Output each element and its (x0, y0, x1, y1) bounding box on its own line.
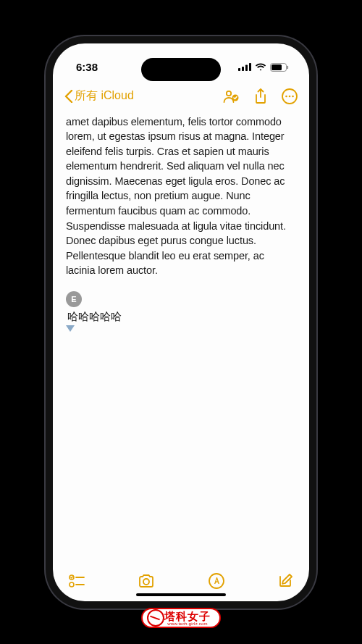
share-icon (254, 88, 267, 104)
status-time: 6:38 (76, 61, 98, 73)
note-body-text: amet dapibus elementum, felis tortor com… (66, 114, 296, 278)
svg-rect-3 (249, 63, 251, 71)
wifi-icon (255, 63, 266, 71)
svg-point-7 (227, 91, 231, 95)
collaboration-comment[interactable]: E 哈哈哈哈哈 (66, 291, 296, 324)
svg-rect-5 (272, 64, 282, 70)
chevron-left-icon (64, 90, 73, 103)
battery-icon (270, 63, 289, 72)
markup-icon (209, 573, 224, 589)
dynamic-island (141, 58, 221, 81)
home-indicator[interactable] (136, 593, 226, 596)
watermark-badge: 塔科女子 www.tech-girlz.com (141, 608, 221, 628)
more-button[interactable] (282, 88, 298, 104)
svg-rect-6 (287, 65, 289, 68)
watermark-url: www.tech-girlz.com (167, 622, 207, 626)
nav-actions (222, 88, 298, 104)
checklist-button[interactable] (69, 574, 85, 587)
camera-button[interactable] (138, 574, 155, 588)
svg-point-11 (289, 95, 291, 97)
svg-rect-2 (245, 65, 248, 72)
cellular-icon (238, 63, 251, 71)
ellipsis-circle-icon (282, 88, 298, 104)
collaboration-icon (222, 88, 240, 104)
back-label: 所有 iCloud (75, 88, 134, 104)
note-content[interactable]: amet dapibus elementum, felis tortor com… (53, 112, 309, 564)
back-button[interactable]: 所有 iCloud (64, 88, 134, 104)
phone-frame: 6:38 所有 iCloud (46, 36, 316, 609)
screen: 6:38 所有 iCloud (53, 43, 309, 601)
svg-rect-1 (242, 67, 244, 71)
svg-point-18 (209, 574, 224, 588)
svg-point-17 (143, 579, 149, 585)
share-button[interactable] (254, 88, 267, 104)
collaboration-button[interactable] (222, 88, 240, 104)
markup-button[interactable] (209, 573, 224, 589)
status-indicators (238, 63, 289, 72)
svg-point-10 (285, 95, 287, 97)
camera-icon (138, 574, 155, 588)
comment-text: 哈哈哈哈哈 (66, 310, 296, 324)
compose-button[interactable] (277, 573, 293, 589)
svg-point-12 (292, 95, 294, 97)
collaborator-avatar: E (66, 291, 82, 307)
svg-point-14 (70, 582, 74, 587)
cursor-indicator-icon (66, 325, 75, 333)
svg-rect-0 (238, 68, 240, 71)
checklist-icon (69, 574, 85, 587)
nav-bar: 所有 iCloud (53, 81, 309, 112)
watermark-title: 塔科女子 (164, 611, 211, 622)
compose-icon (277, 573, 293, 589)
